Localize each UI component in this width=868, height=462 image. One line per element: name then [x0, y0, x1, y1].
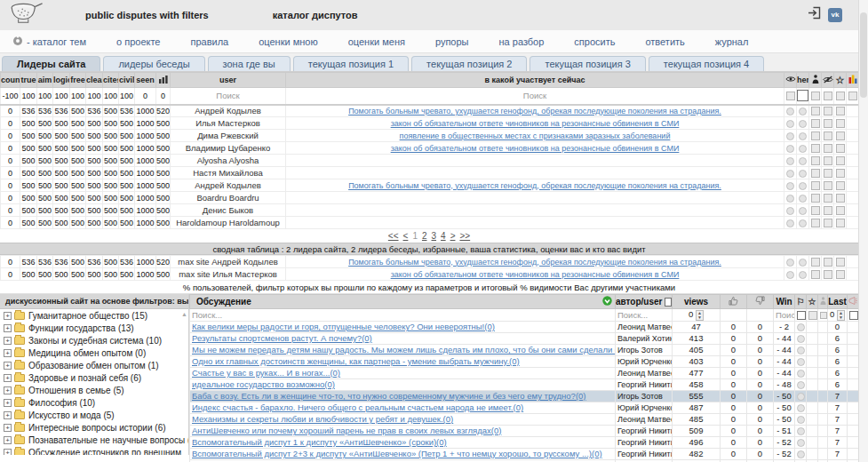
- filter-chart[interactable]: 0: [156, 88, 171, 105]
- checkbox[interactable]: [811, 144, 820, 153]
- sidebar-item-5[interactable]: +Здоровье и познай себя (6): [0, 371, 188, 384]
- checkbox[interactable]: [786, 92, 795, 100]
- nav-item-3[interactable]: оценки мною: [259, 36, 318, 47]
- radio[interactable]: [797, 450, 805, 458]
- sidebar-item-9[interactable]: +Интересные вопросы истории (6): [0, 421, 188, 434]
- checkbox[interactable]: [824, 194, 832, 203]
- dispute-link[interactable]: закон об обязательном ответе чиновников …: [391, 144, 680, 153]
- column-header-free[interactable]: free: [70, 73, 86, 88]
- checkbox[interactable]: [820, 312, 827, 319]
- filter-clear[interactable]: 100: [86, 88, 103, 105]
- column-header-logic[interactable]: logic: [53, 73, 70, 88]
- scrollbar-thumb[interactable]: [860, 12, 867, 98]
- checkbox[interactable]: [811, 270, 820, 279]
- column-header-win[interactable]: Win: [774, 295, 795, 309]
- radio[interactable]: [797, 323, 805, 331]
- sidebar-item-1[interactable]: +Функции государства (13): [0, 322, 188, 334]
- nav-item-1[interactable]: о проекте: [116, 36, 160, 47]
- discussion-topic-link[interactable]: АнтиШевченко или почему хороший парень н…: [192, 426, 501, 435]
- radio[interactable]: [786, 120, 794, 128]
- checkbox[interactable]: [848, 92, 857, 100]
- thumbs-down-icon[interactable]: [747, 295, 774, 309]
- checkbox[interactable]: [836, 270, 845, 279]
- column-header-views[interactable]: views: [673, 295, 721, 309]
- checkbox[interactable]: [824, 258, 832, 267]
- checkbox[interactable]: [824, 206, 832, 215]
- radio[interactable]: [799, 157, 807, 165]
- sidebar-item-7[interactable]: +Философия (10): [0, 396, 188, 409]
- radio[interactable]: [786, 182, 794, 190]
- checkbox[interactable]: [811, 131, 820, 140]
- discussion-topic-link[interactable]: Как велики меры радости и горя, отпущенн…: [192, 322, 495, 331]
- discussion-topic-link[interactable]: Баба с возу. Есть ли в женщине что-то, ч…: [192, 391, 586, 401]
- radio[interactable]: [797, 346, 805, 354]
- radio[interactable]: [786, 195, 794, 203]
- radio[interactable]: [799, 132, 807, 140]
- bar-chart-icon[interactable]: [156, 73, 171, 88]
- radio[interactable]: [786, 145, 794, 153]
- checkbox[interactable]: [808, 311, 817, 320]
- radio[interactable]: [797, 404, 805, 412]
- column-header-user[interactable]: user: [171, 73, 286, 88]
- page-prev[interactable]: <: [403, 231, 409, 241]
- page-last[interactable]: >>: [459, 231, 470, 241]
- user-search-input[interactable]: Поиск: [216, 91, 239, 100]
- discussion-topic-link[interactable]: Одно их главных достоинств женщины, как …: [192, 356, 520, 366]
- checkbox[interactable]: [811, 119, 820, 128]
- sidebar-item-8[interactable]: +Искусство и мода (5): [0, 409, 188, 421]
- filter-free[interactable]: 100: [70, 88, 86, 105]
- checkbox[interactable]: [811, 156, 820, 165]
- radio[interactable]: [799, 259, 807, 267]
- tab-2[interactable]: зона где вы: [208, 56, 291, 71]
- checkbox[interactable]: [824, 119, 832, 128]
- expand-icon[interactable]: +: [4, 424, 12, 432]
- column-header-aim[interactable]: aim: [37, 73, 53, 88]
- checkbox[interactable]: [849, 311, 858, 320]
- discussion-topic-link[interactable]: Счастье у вас в руках... И в ногах...(0): [192, 368, 340, 378]
- filter-count[interactable]: -100: [1, 88, 20, 105]
- checkbox[interactable]: [836, 181, 845, 190]
- sidebar-item-3[interactable]: +Медицина обмен опытом (0): [0, 346, 188, 359]
- nav-item-2[interactable]: правила: [190, 36, 228, 47]
- radio[interactable]: [799, 145, 807, 153]
- checkbox[interactable]: [811, 92, 820, 100]
- radio[interactable]: [799, 219, 807, 227]
- person-icon[interactable]: [818, 295, 828, 309]
- checkbox[interactable]: [836, 144, 845, 153]
- filter-cites[interactable]: 100: [103, 88, 119, 105]
- expand-icon[interactable]: +: [4, 349, 12, 357]
- radio[interactable]: [799, 271, 807, 279]
- radio[interactable]: [797, 370, 805, 378]
- sort-green-icon[interactable]: [602, 296, 612, 307]
- sidebar-item-11[interactable]: +Обсуждение источников по внешним: [0, 446, 188, 455]
- checkbox[interactable]: [811, 169, 820, 178]
- column-header-last[interactable]: Last: [828, 295, 848, 309]
- tab-6[interactable]: текущая позиция 4: [649, 56, 764, 71]
- radio[interactable]: [799, 108, 807, 116]
- column-header-true[interactable]: true: [20, 73, 37, 88]
- column-header-author[interactable]: автор/user: [616, 295, 673, 309]
- checkbox[interactable]: [824, 107, 832, 116]
- radio[interactable]: [786, 271, 794, 279]
- sidebar-item-4[interactable]: +Образование обмен опытом (1): [0, 359, 188, 371]
- checkbox[interactable]: [811, 258, 820, 267]
- tab-0[interactable]: Лидеры сайта: [2, 56, 100, 71]
- nav-item-6[interactable]: на разбор: [499, 36, 545, 47]
- megaphone-icon[interactable]: [848, 295, 859, 309]
- radio[interactable]: [797, 439, 805, 447]
- sidebar-item-6[interactable]: +Отношения в семье (5): [0, 384, 188, 396]
- checkbox[interactable]: [836, 219, 845, 227]
- nav-item-5[interactable]: рупоры: [435, 36, 469, 47]
- colored-chart-icon[interactable]: [847, 73, 859, 88]
- radio[interactable]: [799, 182, 807, 190]
- tab-4[interactable]: текущая позиция 2: [411, 56, 527, 71]
- checkbox[interactable]: [824, 270, 832, 279]
- checkbox[interactable]: [836, 206, 845, 215]
- dispute-link[interactable]: закон об обязательном ответе чиновников …: [391, 119, 680, 128]
- column-header-cites[interactable]: cites: [103, 73, 119, 88]
- sidebar-scroll-up-icon[interactable]: ▲: [181, 311, 187, 317]
- nav-item-8[interactable]: ответить: [645, 36, 684, 47]
- radio[interactable]: [797, 335, 805, 343]
- expand-icon[interactable]: +: [4, 386, 12, 394]
- star-icon[interactable]: ☆: [834, 73, 847, 88]
